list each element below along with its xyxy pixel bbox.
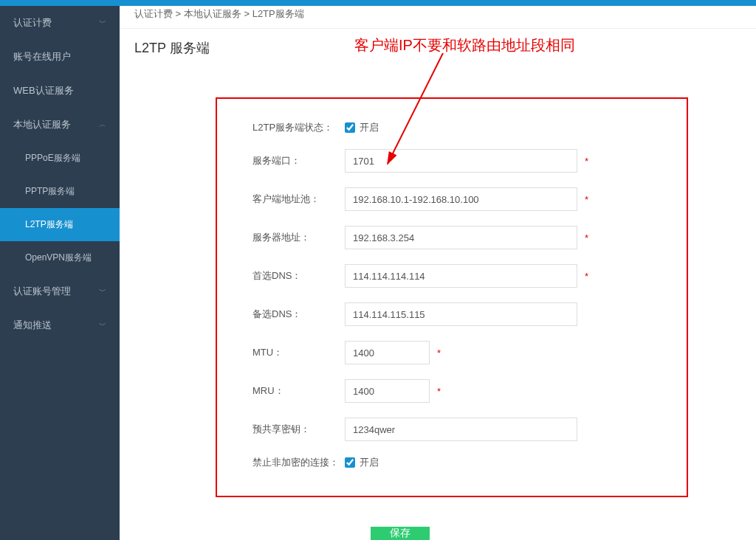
input-dns2[interactable] xyxy=(345,302,577,326)
status-text: 开启 xyxy=(360,121,379,134)
input-server[interactable] xyxy=(345,226,577,249)
input-psk[interactable] xyxy=(345,418,577,441)
label-port: 服务端口： xyxy=(252,154,345,167)
sidebar-item-account-mgmt[interactable]: 认证账号管理﹀ xyxy=(0,274,120,308)
input-port[interactable] xyxy=(345,149,577,173)
checkbox-noenc[interactable] xyxy=(345,457,355,468)
sidebar-item-notify-push[interactable]: 通知推送﹀ xyxy=(0,308,120,342)
checkbox-status[interactable] xyxy=(345,122,355,133)
label-dns1: 首选DNS： xyxy=(252,269,345,283)
chevron-up-icon: ︿ xyxy=(99,120,106,130)
label-dns2: 备选DNS： xyxy=(252,308,345,321)
label-status: L2TP服务端状态： xyxy=(252,121,345,134)
label-mru: MRU： xyxy=(252,384,345,398)
form-panel: L2TP服务端状态： 开启 服务端口： * 客户端地址池： * 服务器地址： *… xyxy=(216,97,688,497)
sidebar-item-l2tp[interactable]: L2TP服务端 xyxy=(0,208,120,241)
main-content: 认证计费 > 本地认证服务 > L2TP服务端 L2TP 服务端 客户端IP不要… xyxy=(120,0,756,540)
input-mtu[interactable] xyxy=(345,341,430,364)
sidebar-item-local-auth[interactable]: 本地认证服务︿ xyxy=(0,108,120,142)
save-button[interactable]: 保存 xyxy=(371,527,430,540)
chevron-down-icon: ﹀ xyxy=(99,286,106,297)
label-noenc: 禁止非加密的连接： xyxy=(252,456,345,469)
sidebar: 认证计费﹀ 账号在线用户 WEB认证服务 本地认证服务︿ PPPoE服务端 PP… xyxy=(0,0,120,540)
label-psk: 预共享密钥： xyxy=(252,423,345,436)
label-mtu: MTU： xyxy=(252,346,345,359)
sidebar-item-pptp[interactable]: PPTP服务端 xyxy=(0,175,120,208)
chevron-down-icon: ﹀ xyxy=(99,18,106,28)
label-pool: 客户端地址池： xyxy=(252,193,345,206)
sidebar-item-web-auth[interactable]: WEB认证服务 xyxy=(0,74,120,108)
input-mru[interactable] xyxy=(345,379,430,403)
annotation-text: 客户端IP不要和软路由地址段相同 xyxy=(354,35,575,55)
input-pool[interactable] xyxy=(345,187,577,211)
label-server: 服务器地址： xyxy=(252,231,345,244)
sidebar-item-auth-billing[interactable]: 认证计费﹀ xyxy=(0,6,120,40)
chevron-down-icon: ﹀ xyxy=(99,320,106,330)
sidebar-item-online-users[interactable]: 账号在线用户 xyxy=(0,40,120,74)
sidebar-item-openvpn[interactable]: OpenVPN服务端 xyxy=(0,241,120,274)
input-dns1[interactable] xyxy=(345,264,577,288)
noenc-text: 开启 xyxy=(360,456,379,469)
sidebar-item-pppoe[interactable]: PPPoE服务端 xyxy=(0,142,120,175)
